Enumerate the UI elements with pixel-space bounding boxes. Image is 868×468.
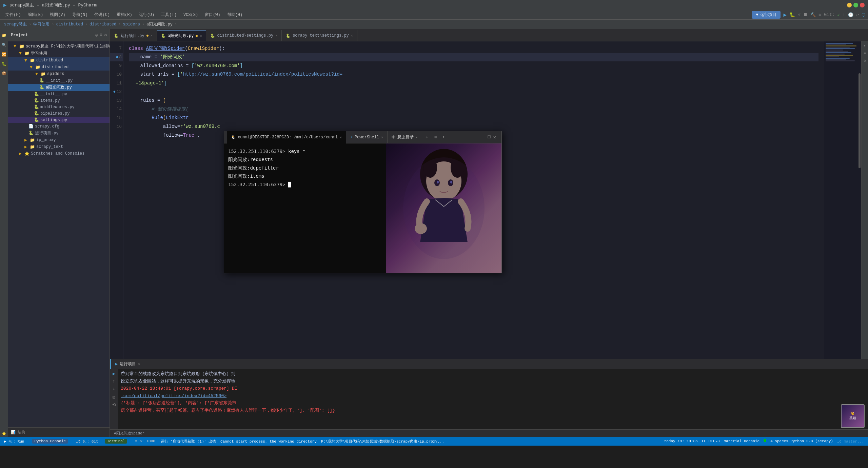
menu-run[interactable]: 运行(U) [136,11,157,18]
tree-item-init-py[interactable]: 🐍 __init__.py [8,77,110,84]
arrow-down-btn[interactable]: ↓ [111,386,117,392]
terminal-minimize-icon[interactable]: ─ [482,134,485,140]
right-panel-icon-2[interactable]: ≡ [862,50,868,56]
terminal-tab-wsl-close[interactable]: ✕ [340,135,342,139]
terminal-add-tab-btn[interactable]: + [422,131,432,143]
breadcrumb-distributed2[interactable]: distributed [90,22,116,27]
menu-navigate[interactable]: 导航(N) [70,11,91,18]
breadcrumb-xuexi[interactable]: 学习使用 [33,21,50,27]
menu-code[interactable]: 代码(C) [92,11,113,18]
statusbar-right: today 13: 10:86 LF UTF-8 Material Oceani… [664,439,864,444]
menu-help[interactable]: 帮助(H) [224,11,245,18]
git-pull-icon[interactable]: 🕐 [848,12,853,18]
sidebar-icon-1[interactable]: 📁 [1,32,7,39]
git-check-icon[interactable]: ✓ [837,12,840,18]
tree-item-spiders[interactable]: ▼ 📁 spiders [8,71,110,77]
menu-edit[interactable]: 编辑(E) [25,11,46,18]
tree-item-init-py2[interactable]: 🐍 __init__.py [8,91,110,97]
menu-vcs[interactable]: VCS(S) [181,12,201,18]
terminal-maximize-icon[interactable]: □ [488,134,490,140]
terminal-expand-icon[interactable]: ⬆ [440,135,448,140]
code-line-12: rules = ( [129,96,818,105]
tree-item-xuexi[interactable]: ▼ 📁 学习使用 [8,50,110,57]
tab-close-1[interactable]: ✕ [151,34,153,38]
right-panel-icon-1[interactable]: ▸ [862,43,868,48]
terminal-tab-wsl[interactable]: 🐧 xunmi@DESKTOP-328PC3D: /mnt/c/Users/xu… [227,131,346,143]
close-button[interactable] [860,3,865,7]
run-output-line-4[interactable]: .com/political/politics/index?id=452590> [121,393,865,399]
sidebar-icon-4[interactable]: 🐛 [1,60,7,67]
breadcrumb-distributed1[interactable]: distributed [56,22,83,27]
tab-bar: 🐍 运行项目.py ✕ 🐍 a阳光问政.py ✕ 🐍 distributed\s… [110,29,868,41]
tab-scrapy-settings[interactable]: 🐍 scrapy_text\settings.py ✕ [282,30,357,41]
terminal-tab-powershell[interactable]: ⚡ PowerShell ✕ [346,131,388,143]
filter-btn[interactable]: ⊡ [111,394,117,401]
tab-dist-settings[interactable]: 🐍 distributed\settings.py ✕ [206,30,282,41]
wrap-btn[interactable]: ⟲ [111,402,117,408]
breadcrumb-scrapy[interactable]: scrapy爬虫 [4,21,27,27]
arrow-up-btn[interactable]: ↑ [111,378,117,384]
tree-item-ip-proxy[interactable]: ▶ 📁 ip_proxy [8,137,110,143]
settings-button[interactable]: ⚙ [818,12,821,18]
terminal-tab-ps-close[interactable]: ✕ [381,135,383,139]
build-button[interactable]: 🔨 [810,12,816,18]
titlebar-controls[interactable] [847,3,865,7]
tree-item-scrapy-text[interactable]: ▶ 📁 scrapy_text [8,143,110,150]
maximize-button[interactable] [853,3,858,7]
terminal-arrange-icon[interactable]: ⊞ [432,135,439,140]
menu-refactor[interactable]: 重构(R) [114,11,135,18]
tree-item-settings-py[interactable]: 🐍 settings.py [8,117,110,123]
tree-item-items-py[interactable]: 🐍 items.py [8,97,110,104]
sidebar-icon-5[interactable]: 📦 [1,70,7,77]
run-project-icon: ▼ [756,13,758,17]
sidebar-collapse-icon[interactable]: ≡ [100,33,102,38]
tree-item-yangguang-py[interactable]: 🐍 a阳光问政.py [8,84,110,91]
sidebar-scope-icon[interactable]: ◎ [95,33,98,38]
run-project-btn[interactable]: ▼ 运行项目 [752,11,781,19]
terminal-content[interactable]: 152.32.251.110:6379> keys * 阳光问政:request… [224,143,501,273]
sidebar-settings-icon[interactable]: ⚙ [104,33,107,38]
play-run-btn[interactable]: ▶ [111,371,117,377]
stop-button[interactable]: ⏹ [803,12,808,17]
tab-run-project[interactable]: 🐍 运行项目.py ✕ [110,30,157,41]
scroll-indicator[interactable] [859,73,861,169]
tab-yangguang[interactable]: 🐍 a阳光问政.py ✕ [157,30,206,41]
minimize-button[interactable] [847,3,852,7]
run-tab-close[interactable]: ✕ [138,362,140,366]
tree-item-run-py[interactable]: 🐍 运行项目.py [8,130,110,137]
terminal-tab-spider[interactable]: 🕷 爬虫目录 ✕ [388,131,422,143]
tab-close-4[interactable]: ✕ [351,34,353,38]
terminal-tab-spider-close[interactable]: ✕ [416,135,418,139]
stats-icon[interactable]: 📊 [11,430,16,434]
sidebar-icon-2[interactable]: 🔍 [1,41,7,48]
run-with-coverage-button[interactable]: ⚡ [798,12,801,18]
python-console-btn[interactable]: Python Console [32,439,67,444]
code-line-15: allow=r'wz.sun0769.c [129,122,818,131]
git-push-icon[interactable]: ↑ [843,12,845,17]
terminal-btn[interactable]: Terminal [105,439,127,444]
tree-item-pipelines-py[interactable]: 🐍 pipelines.py [8,110,110,117]
play-button[interactable]: ▶ [783,12,787,18]
sidebar-icon-6[interactable]: ⭐ [1,430,7,437]
git-branch-icon[interactable]: ⬡ [862,12,865,18]
menu-file[interactable]: 文件(F) [3,11,24,18]
tab-close-3[interactable]: ✕ [275,34,277,38]
tab-close-2[interactable]: ✕ [200,34,202,38]
tree-item-distributed2[interactable]: ▼ 📁 distributed [8,64,110,71]
sidebar-icon-3[interactable]: 🔀 [1,51,7,58]
tree-item-middlewares-py[interactable]: 🐍 middlewares.py [8,104,110,110]
tree-item-scrapy-cfg[interactable]: 📄 scrapy.cfg [8,123,110,130]
git-undo-icon[interactable]: ↩ [856,12,859,18]
menu-view[interactable]: 视图(V) [47,11,68,18]
run-tab[interactable]: ▶ 运行项目 ✕ [111,359,144,369]
right-panel-icon-3[interactable]: ⚙ [862,58,868,63]
debug-button[interactable]: 🐛 [789,12,795,18]
breadcrumb-spiders[interactable]: spiders [123,22,140,27]
titlebar-left: ▶ scrapy爬虫 – a阳光问政.py – PyCharm [3,2,97,8]
terminal-close-icon[interactable]: ✕ [493,134,496,140]
tree-item-scratches[interactable]: ▶ ⭐ Scratches and Consoles [8,150,110,157]
tree-item-distributed1[interactable]: ▼ 📁 distributed [8,57,110,64]
menu-window[interactable]: 窗口(W) [202,11,223,18]
tree-item-root[interactable]: ▼ 📁 scrapy爬虫 F:\我的大学\项目代码\未知领域\ [8,43,110,50]
menu-tools[interactable]: 工具(T) [158,11,179,18]
